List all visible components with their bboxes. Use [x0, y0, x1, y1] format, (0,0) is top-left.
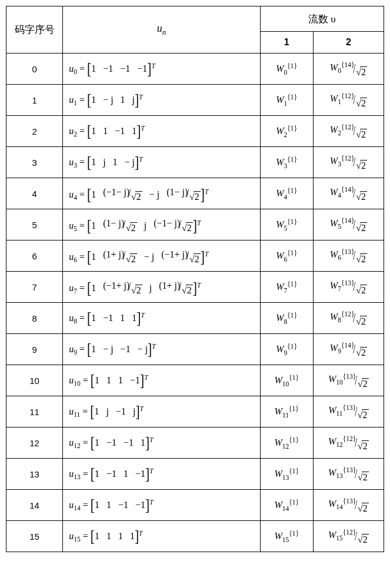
codeword-vector: u8 = [1 −1 1 1]T — [63, 303, 261, 334]
codeword-index: 5 — [6, 209, 63, 240]
codeword-vector: u12 = [1 −1 −1 1]T — [63, 427, 261, 459]
table-row: 6u6 = [1 (1+ j)/√2 − j (−1+ j)/√2]TW6{1}… — [6, 240, 384, 272]
codeword-vector: u5 = [1 (1− j)/√2 j (−1− j)/√2]T — [63, 209, 261, 240]
flow-2-cell: W1{12}/√2 — [313, 85, 384, 116]
flow-1-cell: W3{1} — [260, 147, 313, 178]
header-flows: 流数 υ — [260, 6, 384, 32]
flow-2-cell: W13{13}/√2 — [313, 459, 384, 490]
table-row: 10u10 = [1 1 1 −1]TW10{1}W10{13}/√2 — [6, 365, 384, 396]
codeword-index: 11 — [6, 396, 63, 427]
flow-1-cell: W15{1} — [260, 521, 313, 552]
flow-1-cell: W6{1} — [260, 240, 313, 272]
flow-2-cell: W8{12}/√2 — [313, 303, 384, 334]
codeword-index: 0 — [6, 54, 63, 85]
table-row: 3u3 = [1 j 1 − j]TW3{1}W3{12}/√2 — [6, 147, 384, 178]
flow-2-cell: W7{13}/√2 — [313, 272, 384, 303]
codeword-index: 4 — [6, 178, 63, 209]
codeword-vector: u14 = [1 1 −1 −1]T — [63, 490, 261, 521]
codeword-vector: u15 = [1 1 1 1]T — [63, 521, 261, 552]
flow-1-cell: W5{1} — [260, 209, 313, 240]
header-index: 码字序号 — [6, 6, 63, 54]
codeword-index: 14 — [6, 490, 63, 521]
codeword-vector: u1 = [1 − j 1 j]T — [63, 85, 261, 116]
codeword-index: 6 — [6, 240, 63, 272]
codeword-index: 3 — [6, 147, 63, 178]
codeword-index: 12 — [6, 427, 63, 459]
codeword-index: 9 — [6, 334, 63, 365]
flow-1-cell: W0{1} — [260, 54, 313, 85]
flow-2-cell: W2{12}/√2 — [313, 116, 384, 147]
table-row: 4u4 = [1 (−1− j)/√2 − j (1− j)/√2]TW4{1}… — [6, 178, 384, 209]
table-row: 5u5 = [1 (1− j)/√2 j (−1− j)/√2]TW5{1}W5… — [6, 209, 384, 240]
codeword-vector: u0 = [1 −1 −1 −1]T — [63, 54, 261, 85]
table-row: 9u9 = [1 − j −1 − j]TW9{1}W9{14}/√2 — [6, 334, 384, 365]
table-row: 11u11 = [1 j −1 j]TW11{1}W11{13}/√2 — [6, 396, 384, 427]
table-row: 15u15 = [1 1 1 1]TW15{1}W15{12}/√2 — [6, 521, 384, 552]
codebook-table: 码字序号 un 流数 υ 1 2 0u0 = [1 −1 −1 −1]TW0{1… — [6, 6, 384, 552]
header-flow-1: 1 — [260, 32, 313, 54]
codeword-vector: u3 = [1 j 1 − j]T — [63, 147, 261, 178]
flow-1-cell: W7{1} — [260, 272, 313, 303]
codeword-vector: u13 = [1 −1 1 −1]T — [63, 459, 261, 490]
flow-2-cell: W4{14}/√2 — [313, 178, 384, 209]
flow-2-cell: W5{14}/√2 — [313, 209, 384, 240]
header-flow-2: 2 — [313, 32, 384, 54]
codeword-vector: u6 = [1 (1+ j)/√2 − j (−1+ j)/√2]T — [63, 240, 261, 272]
codeword-index: 10 — [6, 365, 63, 396]
table-row: 8u8 = [1 −1 1 1]TW8{1}W8{12}/√2 — [6, 303, 384, 334]
flow-2-cell: W0{14}/√2 — [313, 54, 384, 85]
codeword-index: 7 — [6, 272, 63, 303]
codeword-index: 15 — [6, 521, 63, 552]
header-flows-text: 流数 υ — [308, 14, 336, 25]
flow-1-cell: W11{1} — [260, 396, 313, 427]
codeword-vector: u9 = [1 − j −1 − j]T — [63, 334, 261, 365]
table-row: 0u0 = [1 −1 −1 −1]TW0{1}W0{14}/√2 — [6, 54, 384, 85]
flow-2-cell: W12{12}/√2 — [313, 427, 384, 459]
flow-2-cell: W15{12}/√2 — [313, 521, 384, 552]
flow-1-cell: W1{1} — [260, 85, 313, 116]
table-row: 2u2 = [1 1 −1 1]TW2{1}W2{12}/√2 — [6, 116, 384, 147]
header-index-text: 码字序号 — [15, 24, 55, 35]
flow-1-cell: W9{1} — [260, 334, 313, 365]
codeword-vector: u7 = [1 (−1+ j)/√2 j (1+ j)/√2]T — [63, 272, 261, 303]
codeword-index: 13 — [6, 459, 63, 490]
table-row: 14u14 = [1 1 −1 −1]TW14{1}W14{13}/√2 — [6, 490, 384, 521]
header-un: un — [63, 6, 261, 54]
table-row: 12u12 = [1 −1 −1 1]TW12{1}W12{12}/√2 — [6, 427, 384, 459]
header-row-1: 码字序号 un 流数 υ — [6, 6, 384, 32]
flow-1-cell: W13{1} — [260, 459, 313, 490]
codeword-vector: u4 = [1 (−1− j)/√2 − j (1− j)/√2]T — [63, 178, 261, 209]
codeword-vector: u11 = [1 j −1 j]T — [63, 396, 261, 427]
table-row: 13u13 = [1 −1 1 −1]TW13{1}W13{13}/√2 — [6, 459, 384, 490]
flow-1-cell: W14{1} — [260, 490, 313, 521]
flow-1-cell: W10{1} — [260, 365, 313, 396]
table-row: 7u7 = [1 (−1+ j)/√2 j (1+ j)/√2]TW7{1}W7… — [6, 272, 384, 303]
codeword-index: 2 — [6, 116, 63, 147]
flow-2-cell: W10{13}/√2 — [313, 365, 384, 396]
flow-2-cell: W11{13}/√2 — [313, 396, 384, 427]
flow-1-cell: W4{1} — [260, 178, 313, 209]
codeword-index: 1 — [6, 85, 63, 116]
flow-2-cell: W9{14}/√2 — [313, 334, 384, 365]
codeword-vector: u10 = [1 1 1 −1]T — [63, 365, 261, 396]
codeword-vector: u2 = [1 1 −1 1]T — [63, 116, 261, 147]
flow-2-cell: W6{13}/√2 — [313, 240, 384, 272]
flow-1-cell: W12{1} — [260, 427, 313, 459]
flow-1-cell: W2{1} — [260, 116, 313, 147]
codeword-index: 8 — [6, 303, 63, 334]
flow-2-cell: W3{12}/√2 — [313, 147, 384, 178]
table-row: 1u1 = [1 − j 1 j]TW1{1}W1{12}/√2 — [6, 85, 384, 116]
flow-2-cell: W14{13}/√2 — [313, 490, 384, 521]
flow-1-cell: W8{1} — [260, 303, 313, 334]
header-un-symbol: un — [157, 22, 166, 34]
